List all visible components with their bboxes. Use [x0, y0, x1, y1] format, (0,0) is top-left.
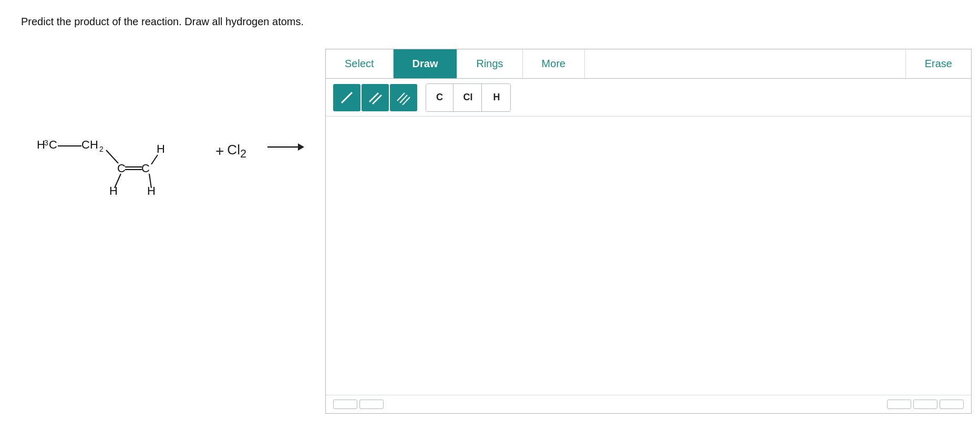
atom-c-button[interactable]: C: [426, 84, 453, 111]
bottom-bar: [326, 395, 971, 413]
bottom-btn-3[interactable]: [887, 400, 911, 409]
tab-select[interactable]: Select: [326, 49, 394, 78]
bond-group: [333, 84, 417, 111]
bottom-right-buttons: [887, 400, 964, 409]
svg-line-6: [106, 150, 118, 163]
atom-h-button[interactable]: H: [483, 84, 510, 111]
page: Predict the product of the reaction. Dra…: [0, 0, 980, 429]
tab-rings[interactable]: Rings: [457, 49, 522, 78]
svg-text:2: 2: [99, 145, 104, 153]
draw-canvas[interactable]: [326, 117, 971, 395]
molecule-area: H 3 C CH 2 C C H: [21, 80, 304, 217]
svg-text:C: C: [117, 162, 126, 175]
svg-marker-18: [298, 143, 304, 151]
toolbar-top: Select Draw Rings More Erase: [326, 49, 971, 79]
svg-text:C: C: [49, 138, 57, 151]
svg-text:H: H: [157, 142, 165, 155]
svg-line-19: [342, 92, 352, 103]
tab-erase[interactable]: Erase: [905, 49, 971, 78]
svg-line-21: [373, 95, 381, 104]
tab-more[interactable]: More: [523, 49, 585, 78]
toolbar-spacer: [585, 49, 905, 78]
bottom-btn-1[interactable]: [333, 400, 357, 409]
reaction-arrow: [267, 138, 304, 160]
bottom-left-buttons: [333, 400, 384, 409]
reagent-label: Cl2: [227, 142, 246, 161]
svg-line-14: [115, 174, 121, 188]
svg-text:3: 3: [44, 139, 48, 147]
bottom-btn-4[interactable]: [913, 400, 937, 409]
reagent-plus: + Cl2: [215, 142, 246, 161]
svg-line-12: [151, 155, 158, 164]
single-bond-button[interactable]: [333, 84, 360, 111]
plus-sign: +: [215, 143, 224, 160]
svg-line-20: [369, 93, 378, 102]
instructions-text: Predict the product of the reaction. Dra…: [21, 16, 959, 28]
bottom-btn-5[interactable]: [940, 400, 964, 409]
atom-cl-button[interactable]: Cl: [455, 84, 482, 111]
bottom-btn-2[interactable]: [359, 400, 384, 409]
toolbar-sub: C Cl H: [326, 79, 971, 117]
svg-text:H: H: [109, 184, 118, 197]
molecule-diagram: H 3 C CH 2 C C H: [21, 80, 200, 217]
atom-group: C Cl H: [426, 83, 511, 112]
double-bond-button[interactable]: [362, 84, 389, 111]
tab-draw[interactable]: Draw: [394, 49, 458, 78]
editor-panel: Select Draw Rings More Erase: [325, 49, 972, 414]
content-area: H 3 C CH 2 C C H: [21, 49, 959, 414]
triple-bond-button[interactable]: [390, 84, 417, 111]
svg-text:CH: CH: [81, 138, 98, 151]
svg-text:C: C: [141, 162, 150, 175]
